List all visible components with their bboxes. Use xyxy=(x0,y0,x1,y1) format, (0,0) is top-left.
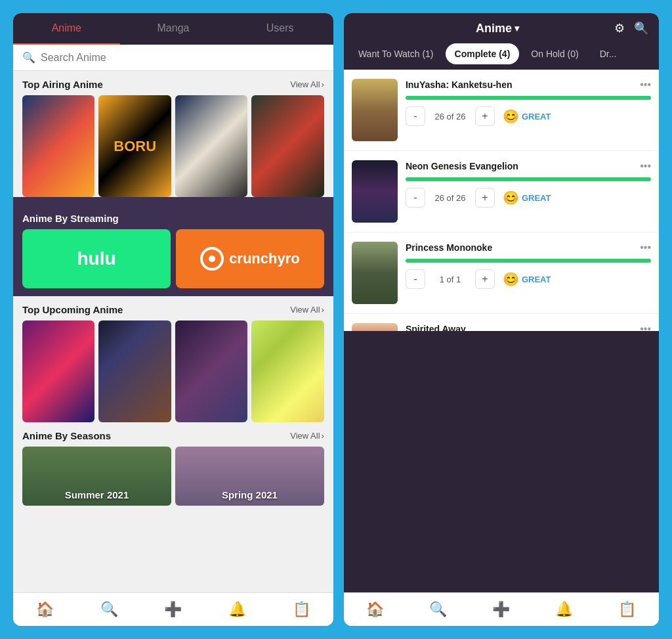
tab-complete[interactable]: Complete (4) xyxy=(446,43,520,64)
mononoke-controls: - 1 of 1 + 😊 GREAT xyxy=(406,269,651,289)
seasons-grid: Summer 2021 Spring 2021 xyxy=(13,447,333,506)
seasons-view-all[interactable]: View All › xyxy=(290,431,324,441)
filter-icon[interactable]: ⚙ xyxy=(614,21,625,35)
nge-rating[interactable]: 😊 GREAT xyxy=(503,190,551,206)
inuyasha-controls: - 26 of 26 + 😊 GREAT xyxy=(406,106,651,126)
anime-list: InuYasha: Kanketsu-hen ••• - 26 of 26 + … xyxy=(344,70,659,331)
upcoming-thumb-4[interactable] xyxy=(251,320,324,422)
nge-controls: - 26 of 26 + 😊 GREAT xyxy=(406,188,651,208)
tab-on-hold[interactable]: On Hold (0) xyxy=(522,43,587,64)
upcoming-title: Top Upcoming Anime xyxy=(22,304,123,315)
right-header: Anime ▾ ⚙ 🔍 xyxy=(344,13,659,43)
crunchyroll-text: crunchyro xyxy=(229,250,300,267)
nge-progress-fill xyxy=(406,177,651,181)
left-nav-home[interactable]: 🏠 xyxy=(13,601,77,618)
top-airing-grid: BORU xyxy=(13,95,333,197)
right-nav-add[interactable]: ➕ xyxy=(470,601,533,618)
spirited-info: Spirited Away ••• - 1 of 1 + 😊 GREAT xyxy=(406,323,651,331)
right-nav-home[interactable]: 🏠 xyxy=(344,601,407,618)
upcoming-grid xyxy=(13,320,333,422)
top-airing-title: Top Airing Anime xyxy=(22,79,103,90)
more-dots-4[interactable]: ••• xyxy=(640,323,651,331)
cr-circle-icon xyxy=(200,247,224,271)
nge-minus[interactable]: - xyxy=(406,188,425,208)
upcoming-thumb-2[interactable] xyxy=(98,320,171,422)
mononoke-minus[interactable]: - xyxy=(406,269,425,289)
inuyasha-info: InuYasha: Kanketsu-hen ••• - 26 of 26 + … xyxy=(406,79,651,126)
right-nav-list[interactable]: 📋 xyxy=(596,601,659,618)
upcoming-view-all[interactable]: View All › xyxy=(290,305,324,315)
tab-dropped[interactable]: Dr... xyxy=(591,43,626,64)
nge-rating-emoji: 😊 xyxy=(503,190,519,206)
hulu-logo: hulu xyxy=(77,248,116,269)
mononoke-progress-fill xyxy=(406,259,651,263)
left-content: Top Airing Anime View All › BORU xyxy=(13,71,333,592)
nav-anime[interactable]: Anime xyxy=(13,13,120,45)
spirited-cover[interactable] xyxy=(352,323,398,331)
list-item: InuYasha: Kanketsu-hen ••• - 26 of 26 + … xyxy=(344,70,659,151)
more-dots-1[interactable]: ••• xyxy=(640,79,651,91)
inuyasha-title-row: InuYasha: Kanketsu-hen ••• xyxy=(406,79,651,91)
nge-title-row: Neon Genesis Evangelion ••• xyxy=(406,160,651,172)
streaming-title: Anime By Streaming xyxy=(22,213,119,224)
tab-want-to-watch[interactable]: Want To Watch (1) xyxy=(349,43,443,64)
inuyasha-rating-text: GREAT xyxy=(522,112,551,121)
mononoke-rating[interactable]: 😊 GREAT xyxy=(503,271,551,287)
left-nav-add[interactable]: ➕ xyxy=(141,601,205,618)
streaming-header: Anime By Streaming xyxy=(13,205,333,229)
upcoming-thumb-3[interactable] xyxy=(175,320,247,422)
summer-2021-card[interactable]: Summer 2021 xyxy=(22,447,171,506)
nge-cover[interactable] xyxy=(352,160,398,223)
mononoke-title-row: Princess Mononoke ••• xyxy=(406,242,651,253)
nge-rating-text: GREAT xyxy=(522,193,551,203)
more-dots-2[interactable]: ••• xyxy=(640,160,651,172)
upcoming-thumb-1[interactable] xyxy=(22,320,94,422)
right-screen: Anime ▾ ⚙ 🔍 Want To Watch (1) Complete (… xyxy=(344,13,659,626)
left-nav: Anime Manga Users xyxy=(13,13,333,45)
mononoke-title: Princess Mononoke xyxy=(406,242,492,253)
streaming-grid: hulu crunchyro xyxy=(13,229,333,288)
hulu-card[interactable]: hulu xyxy=(22,229,171,288)
upcoming-section: Top Upcoming Anime View All › xyxy=(13,296,333,422)
crunchyroll-logo: crunchyro xyxy=(200,247,300,271)
mononoke-rating-emoji: 😊 xyxy=(503,271,519,287)
anime-thumb-1[interactable] xyxy=(22,95,94,197)
inuyasha-plus[interactable]: + xyxy=(475,106,495,126)
left-nav-list[interactable]: 📋 xyxy=(269,601,333,618)
crunchyroll-card[interactable]: crunchyro xyxy=(176,229,324,288)
right-header-title: Anime ▾ xyxy=(476,22,519,35)
spirited-title: Spirited Away xyxy=(406,324,466,331)
left-nav-notifications[interactable]: 🔔 xyxy=(205,601,270,618)
mononoke-cover[interactable] xyxy=(352,242,398,304)
streaming-section: Anime By Streaming hulu crunchyro xyxy=(13,197,333,296)
inuyasha-minus[interactable]: - xyxy=(406,106,425,126)
mononoke-info: Princess Mononoke ••• - 1 of 1 + 😊 GREAT xyxy=(406,242,651,289)
inuyasha-progress-bar xyxy=(406,96,651,100)
top-airing-header: Top Airing Anime View All › xyxy=(13,71,333,95)
left-nav-search[interactable]: 🔍 xyxy=(77,601,142,618)
list-item: Neon Genesis Evangelion ••• - 26 of 26 +… xyxy=(344,151,659,232)
spirited-title-row: Spirited Away ••• xyxy=(406,323,651,331)
nav-manga[interactable]: Manga xyxy=(120,13,227,45)
more-dots-3[interactable]: ••• xyxy=(640,242,651,253)
left-screen: Anime Manga Users 🔍 Top Airing Anime Vie… xyxy=(13,13,333,626)
right-nav-search[interactable]: 🔍 xyxy=(407,601,470,618)
search-input[interactable] xyxy=(41,52,324,64)
inuyasha-rating[interactable]: 😊 GREAT xyxy=(503,108,551,124)
nav-users[interactable]: Users xyxy=(226,13,333,45)
search-icon-right[interactable]: 🔍 xyxy=(634,21,648,35)
nge-plus[interactable]: + xyxy=(475,188,495,208)
inuyasha-cover[interactable] xyxy=(352,79,398,141)
spring-2021-card[interactable]: Spring 2021 xyxy=(175,447,324,506)
anime-thumb-4[interactable] xyxy=(251,95,324,197)
left-bottom-nav: 🏠 🔍 ➕ 🔔 📋 xyxy=(13,592,333,626)
inuyasha-ep-count: 26 of 26 xyxy=(430,112,470,121)
top-airing-section: Top Airing Anime View All › BORU xyxy=(13,71,333,197)
top-airing-view-all[interactable]: View All › xyxy=(290,79,324,89)
right-nav-notifications[interactable]: 🔔 xyxy=(533,601,596,618)
search-bar: 🔍 xyxy=(13,45,333,71)
anime-thumb-2[interactable]: BORU xyxy=(98,95,171,197)
mononoke-plus[interactable]: + xyxy=(475,269,495,289)
nge-info: Neon Genesis Evangelion ••• - 26 of 26 +… xyxy=(406,160,651,208)
anime-thumb-3[interactable] xyxy=(175,95,247,197)
